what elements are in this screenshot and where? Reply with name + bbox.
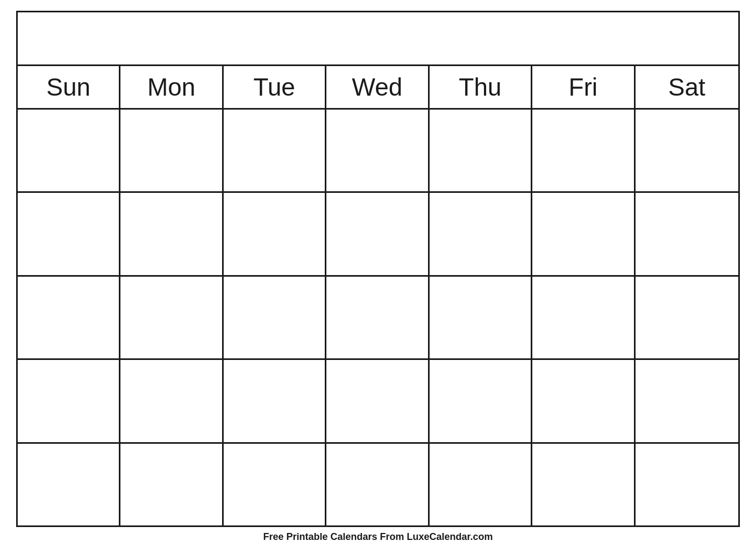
cell-2-2 [120,193,223,275]
week-row-1 [18,110,738,193]
cell-5-1 [18,444,120,525]
footer-text: Free Printable Calendars From LuxeCalend… [263,531,493,543]
cell-1-5 [430,110,532,191]
cell-1-6 [532,110,635,191]
header-mon: Mon [120,66,223,108]
cell-1-4 [326,110,429,191]
cell-2-4 [326,193,429,275]
header-tue: Tue [224,66,326,108]
header-fri: Fri [532,66,635,108]
cell-5-5 [430,444,532,525]
header-wed: Wed [326,66,429,108]
week-row-4 [18,360,738,443]
calendar-body [18,110,738,525]
cell-1-3 [224,110,326,191]
cell-1-1 [18,110,120,191]
page-wrapper: Sun Mon Tue Wed Thu Fri Sat [0,0,756,548]
cell-3-5 [430,277,532,358]
header-row: Sun Mon Tue Wed Thu Fri Sat [18,66,738,110]
cell-3-7 [636,277,738,358]
header-sun: Sun [18,66,120,108]
cell-1-7 [636,110,738,191]
cell-5-6 [532,444,635,525]
calendar-container: Sun Mon Tue Wed Thu Fri Sat [16,11,740,527]
cell-3-1 [18,277,120,358]
cell-5-7 [636,444,738,525]
cell-1-2 [120,110,223,191]
week-row-2 [18,193,738,276]
cell-3-4 [326,277,429,358]
week-row-5 [18,444,738,525]
cell-4-4 [326,360,429,442]
cell-4-7 [636,360,738,442]
cell-2-3 [224,193,326,275]
cell-4-3 [224,360,326,442]
cell-5-3 [224,444,326,525]
header-sat: Sat [636,66,738,108]
cell-2-5 [430,193,532,275]
cell-4-2 [120,360,223,442]
header-thu: Thu [430,66,532,108]
cell-2-7 [636,193,738,275]
cell-2-1 [18,193,120,275]
cell-4-1 [18,360,120,442]
title-row [18,12,738,66]
cell-5-2 [120,444,223,525]
week-row-3 [18,277,738,360]
cell-5-4 [326,444,429,525]
cell-4-6 [532,360,635,442]
cell-3-2 [120,277,223,358]
cell-3-6 [532,277,635,358]
cell-3-3 [224,277,326,358]
cell-4-5 [430,360,532,442]
cell-2-6 [532,193,635,275]
